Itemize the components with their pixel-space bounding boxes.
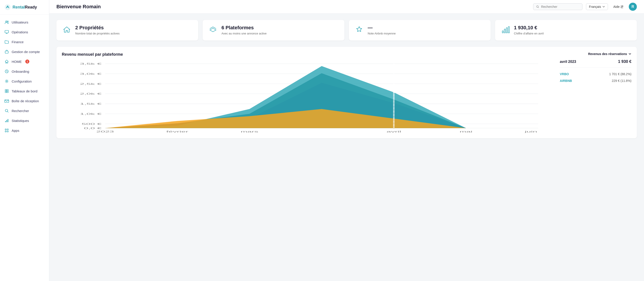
svg-rect-9 <box>5 91 6 93</box>
svg-text:2,0k €: 2,0k € <box>80 92 102 95</box>
search-icon <box>536 5 539 8</box>
sidebar-item-gestion-compte[interactable]: Gestion de compte <box>0 47 49 57</box>
sidebar-item-gestion-compte-label: Gestion de compte <box>12 50 40 54</box>
chart-title: Revenu mensuel par plateforme <box>62 52 553 57</box>
svg-rect-22 <box>506 28 508 33</box>
onboarding-icon <box>4 69 9 74</box>
user-initials: R <box>632 5 634 9</box>
stat-value-platforms: 6 Plateformes <box>222 25 266 31</box>
sidebar-item-operations-label: Opérations <box>12 30 28 34</box>
stat-value-properties: 2 Propriétés <box>75 25 120 31</box>
svg-rect-20 <box>502 31 504 33</box>
airbnb-label[interactable]: AIRBNB <box>560 79 572 83</box>
content-area: 2 Propriétés Nombre total de propriétés … <box>49 14 644 281</box>
svg-point-11 <box>5 109 8 112</box>
chart-left: Revenu mensuel par plateforme 3,5k € <box>62 52 553 133</box>
sidebar-nav: Utilisateurs Opérations Finance Gestion … <box>0 14 49 281</box>
svg-text:3,0k €: 3,0k € <box>80 72 102 75</box>
svg-text:3,5k €: 3,5k € <box>80 62 102 65</box>
main-content: Bienvenue Romain Français Aide R <box>49 0 644 281</box>
sidebar-item-statistiques-label: Statistiques <box>12 119 29 123</box>
selected-month-label: avril 2023 <box>560 60 576 64</box>
stat-label-rating: Note Airbnb moyenne <box>368 31 396 35</box>
users-icon <box>4 20 9 24</box>
svg-text:2,5k €: 2,5k € <box>80 82 102 85</box>
svg-text:2023: 2023 <box>96 130 114 133</box>
svg-rect-8 <box>7 89 8 91</box>
sidebar-item-apps[interactable]: Apps <box>0 125 49 135</box>
svg-rect-23 <box>508 27 510 33</box>
vrbo-label[interactable]: VRBO <box>560 72 569 76</box>
sidebar-item-home[interactable]: HOME 1 <box>0 57 49 66</box>
sidebar-item-onboarding-label: Onboarding <box>12 70 29 73</box>
stat-card-platforms: 6 Plateformes Avec au moins une annonce … <box>203 20 344 40</box>
sidebar-item-utilisateurs[interactable]: Utilisateurs <box>0 17 49 27</box>
svg-text:avril: avril <box>386 130 401 133</box>
page-title: Bienvenue Romain <box>56 4 530 10</box>
sidebar-item-onboarding[interactable]: Onboarding <box>0 66 49 76</box>
layers-icon <box>208 25 218 35</box>
monitor-icon <box>4 30 9 34</box>
sidebar-item-configuration[interactable]: Configuration <box>0 76 49 86</box>
svg-rect-18 <box>7 131 8 132</box>
platform-row-airbnb: AIRBNB 229 € (11.8%) <box>560 79 632 83</box>
area-chart: 3,5k € 3,0k € 2,5k € 2,0k € 1,5k € 1,0k … <box>62 61 553 133</box>
svg-text:mai: mai <box>460 130 472 133</box>
sidebar-item-tableaux-label: Tableaux de bord <box>12 89 38 93</box>
chart-section: Revenu mensuel par plateforme 3,5k € <box>56 47 637 138</box>
svg-rect-10 <box>7 91 8 93</box>
aide-button[interactable]: Aide <box>612 3 625 10</box>
search-input[interactable] <box>541 5 580 8</box>
stat-card-rating: — Note Airbnb moyenne <box>349 20 490 40</box>
sidebar: RentalReady Utilisateurs Opérations Fina… <box>0 0 49 281</box>
apps-icon <box>4 128 9 133</box>
month-total-row: avril 2023 1 930 € <box>560 59 632 68</box>
chart-legend-header: Revenus des réservations <box>560 52 632 56</box>
search-nav-icon <box>4 108 9 113</box>
svg-rect-14 <box>8 119 8 122</box>
sidebar-item-rechercher-label: Rechercher <box>12 109 29 113</box>
sidebar-item-operations[interactable]: Opérations <box>0 27 49 37</box>
app-logo[interactable]: RentalReady <box>0 0 49 14</box>
avatar[interactable]: R <box>629 3 637 11</box>
stat-label-properties: Nombre total de propriétés actives <box>75 31 120 35</box>
star-icon <box>354 25 364 35</box>
stat-value-revenue: 1 930,10 € <box>514 25 544 31</box>
chevron-down-icon <box>602 5 605 8</box>
home-badge: 1 <box>25 59 29 63</box>
external-link-icon <box>620 5 624 8</box>
stat-card-revenue: 1 930,10 € Chiffre d'affaire en avril <box>495 20 637 40</box>
svg-point-6 <box>6 81 8 82</box>
logo-text: RentalReady <box>12 5 37 10</box>
svg-rect-15 <box>5 129 6 130</box>
platform-row-vrbo: VRBO 1 701 € (88.2%) <box>560 72 632 76</box>
revenue-dropdown-label: Revenus des réservations <box>588 52 627 56</box>
selected-month-total: 1 930 € <box>618 59 632 64</box>
house-icon <box>62 25 72 35</box>
revenue-dropdown[interactable]: Revenus des réservations <box>588 52 632 56</box>
sidebar-item-boite-reception[interactable]: Boîte de réception <box>0 96 49 106</box>
svg-text:mars: mars <box>241 130 258 133</box>
svg-text:1,0k €: 1,0k € <box>80 112 102 115</box>
language-selector[interactable]: Français <box>586 3 608 10</box>
aide-label: Aide <box>613 5 620 8</box>
sidebar-item-finance[interactable]: Finance <box>0 37 49 47</box>
svg-point-2 <box>8 21 8 22</box>
svg-rect-16 <box>7 129 8 130</box>
svg-rect-4 <box>5 51 8 53</box>
header: Bienvenue Romain Français Aide R <box>49 0 644 14</box>
sidebar-item-rechercher[interactable]: Rechercher <box>0 106 49 116</box>
stat-value-rating: — <box>368 25 396 31</box>
svg-text:0,0 €: 0,0 € <box>84 127 102 130</box>
stat-card-properties: 2 Propriétés Nombre total de propriétés … <box>56 20 198 40</box>
briefcase-icon <box>4 49 9 54</box>
search-box[interactable] <box>533 3 582 10</box>
vrbo-value: 1 701 € (88.2%) <box>609 72 632 76</box>
svg-text:1,5k €: 1,5k € <box>80 102 102 105</box>
stats-grid: 2 Propriétés Nombre total de propriétés … <box>56 20 637 40</box>
sidebar-item-tableaux[interactable]: Tableaux de bord <box>0 86 49 96</box>
folder-icon <box>4 40 9 44</box>
svg-text:500 €: 500 € <box>82 122 102 125</box>
sidebar-item-statistiques[interactable]: Statistiques <box>0 116 49 125</box>
sidebar-item-utilisateurs-label: Utilisateurs <box>12 20 28 24</box>
